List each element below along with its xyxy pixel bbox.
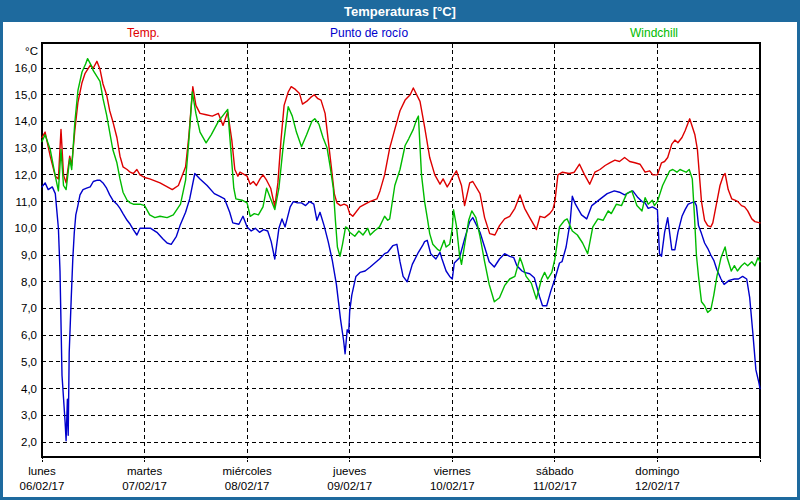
legend-item-dew-point: Punto de rocío	[330, 26, 408, 40]
x-date-label: 11/02/17	[533, 480, 577, 492]
windchill-series-line	[42, 59, 760, 313]
x-day-label: lunes	[28, 465, 56, 477]
y-tick-label: 8,0	[21, 276, 37, 288]
y-tick-label: 15,0	[15, 89, 37, 101]
y-tick-label: 11,0	[15, 196, 37, 208]
y-tick-label: 16,0	[15, 62, 37, 74]
x-day-label: viernes	[434, 465, 471, 477]
x-day-label: domingo	[635, 465, 679, 477]
y-tick-label: 10,0	[15, 222, 37, 234]
x-day-label: miércoles	[223, 465, 272, 477]
legend-item-windchill: Windchill	[630, 26, 678, 40]
x-date-label: 07/02/17	[122, 480, 167, 492]
app-window: 16,015,014,013,012,011,010,09,08,07,06,0…	[0, 0, 800, 500]
x-date-label: 08/02/17	[225, 480, 270, 492]
y-tick-label: 7,0	[21, 302, 37, 314]
y-tick-label: 9,0	[21, 249, 37, 261]
x-date-label: 10/02/17	[430, 480, 475, 492]
y-tick-label: 2,0	[21, 436, 37, 448]
x-date-label: 06/02/17	[20, 480, 65, 492]
y-tick-label: 4,0	[21, 383, 37, 395]
y-tick-label: 3,0	[21, 409, 37, 421]
x-date-label: 12/02/17	[635, 480, 680, 492]
legend-item-temp: Temp.	[127, 26, 160, 40]
temperature-chart: 16,015,014,013,012,011,010,09,08,07,06,0…	[0, 0, 800, 500]
x-day-label: martes	[127, 465, 162, 477]
title-bar[interactable]: Temperaturas [°C]	[0, 0, 800, 22]
y-tick-label: 6,0	[21, 329, 37, 341]
y-tick-label: 13,0	[15, 142, 37, 154]
y-tick-label: 14,0	[15, 115, 37, 127]
x-day-label: sábado	[536, 465, 574, 477]
x-day-label: jueves	[332, 465, 366, 477]
x-date-label: 09/02/17	[327, 480, 372, 492]
plot-border	[42, 43, 760, 457]
y-axis-unit-label: °C	[25, 45, 38, 57]
y-tick-label: 12,0	[15, 169, 37, 181]
y-tick-label: 5,0	[21, 356, 37, 368]
window-title: Temperaturas [°C]	[344, 4, 456, 19]
